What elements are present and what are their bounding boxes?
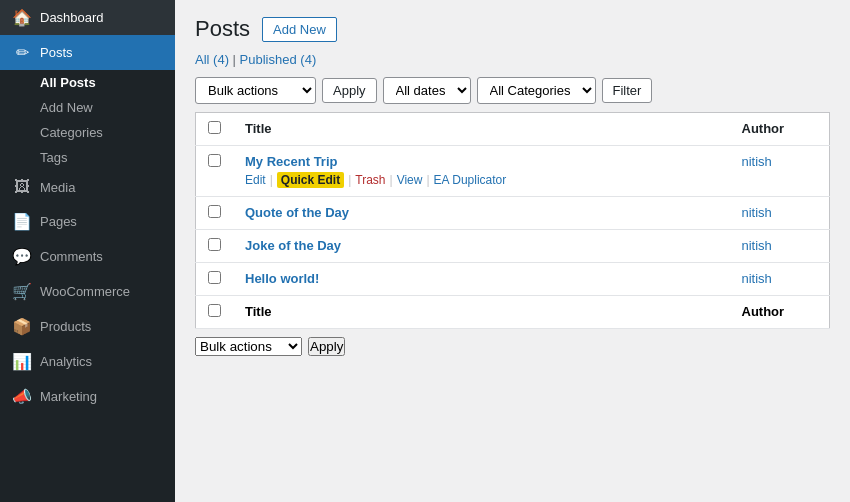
- action-trash-0[interactable]: Trash: [355, 173, 385, 187]
- table-row: Hello world!nitish: [196, 263, 830, 296]
- post-title-link-3[interactable]: Hello world!: [245, 271, 319, 286]
- products-icon: 📦: [12, 317, 32, 336]
- filter-separator: |: [233, 52, 240, 67]
- title-col-header: Title: [233, 113, 730, 146]
- footer-title-col: Title: [233, 296, 730, 329]
- post-actions-0: Edit|Quick Edit|Trash|View|EA Duplicator: [245, 172, 718, 188]
- categories-select[interactable]: All Categories: [477, 77, 596, 104]
- posts-table: Title Author My Recent TripEdit|Quick Ed…: [195, 112, 830, 329]
- sidebar-item-products[interactable]: 📦 Products: [0, 309, 175, 344]
- sidebar-subitem-tags[interactable]: Tags: [0, 145, 175, 170]
- sidebar: 🏠 Dashboard ✏ Posts All Posts Add New Ca…: [0, 0, 175, 502]
- posts-submenu: All Posts Add New Categories Tags: [0, 70, 175, 170]
- media-icon: 🖼: [12, 178, 32, 196]
- sidebar-item-label: WooCommerce: [40, 284, 130, 299]
- sidebar-item-label: Products: [40, 319, 91, 334]
- footer-author-col: Author: [730, 296, 830, 329]
- select-all-checkbox[interactable]: [208, 121, 221, 134]
- bulk-actions-select[interactable]: Bulk actionsEditMove to Trash: [195, 77, 316, 104]
- post-title-link-0[interactable]: My Recent Trip: [245, 154, 337, 169]
- sidebar-item-media[interactable]: 🖼 Media: [0, 170, 175, 204]
- top-toolbar: Bulk actionsEditMove to Trash Apply All …: [195, 77, 830, 104]
- main-content: Posts Add New All (4) | Published (4) Bu…: [175, 0, 850, 502]
- sidebar-item-label: Analytics: [40, 354, 92, 369]
- select-all-col: [196, 113, 234, 146]
- sidebar-item-pages[interactable]: 📄 Pages: [0, 204, 175, 239]
- footer-select-all-checkbox[interactable]: [208, 304, 221, 317]
- sidebar-item-analytics[interactable]: 📊 Analytics: [0, 344, 175, 379]
- footer-checkbox-col: [196, 296, 234, 329]
- posts-icon: ✏: [12, 43, 32, 62]
- sidebar-item-label: Marketing: [40, 389, 97, 404]
- dates-select[interactable]: All dates: [383, 77, 471, 104]
- filter-published-link[interactable]: Published (4): [240, 52, 317, 67]
- quick-edit-action[interactable]: Quick Edit: [277, 172, 344, 188]
- sidebar-subitem-add-new[interactable]: Add New: [0, 95, 175, 120]
- sidebar-item-posts[interactable]: ✏ Posts: [0, 35, 175, 70]
- comments-icon: 💬: [12, 247, 32, 266]
- sidebar-item-label: Dashboard: [40, 10, 104, 25]
- sidebar-item-label: Comments: [40, 249, 103, 264]
- pages-icon: 📄: [12, 212, 32, 231]
- post-author-link-3[interactable]: nitish: [742, 271, 772, 286]
- row-checkbox-3[interactable]: [208, 271, 221, 284]
- action-edit-0[interactable]: Edit: [245, 173, 266, 187]
- row-checkbox-1[interactable]: [208, 205, 221, 218]
- post-author-link-1[interactable]: nitish: [742, 205, 772, 220]
- filter-all-link[interactable]: All (4): [195, 52, 233, 67]
- marketing-icon: 📣: [12, 387, 32, 406]
- apply-button-bottom[interactable]: Apply: [308, 337, 345, 356]
- bottom-toolbar: Bulk actionsEditMove to Trash Apply: [195, 337, 830, 356]
- table-row: Quote of the Daynitish: [196, 197, 830, 230]
- table-footer-row: Title Author: [196, 296, 830, 329]
- action-ea-duplicator-0[interactable]: EA Duplicator: [434, 173, 507, 187]
- sidebar-item-comments[interactable]: 💬 Comments: [0, 239, 175, 274]
- sidebar-item-label: Posts: [40, 45, 73, 60]
- sidebar-item-label: Pages: [40, 214, 77, 229]
- row-checkbox-2[interactable]: [208, 238, 221, 251]
- dashboard-icon: 🏠: [12, 8, 32, 27]
- bulk-actions-select-bottom[interactable]: Bulk actionsEditMove to Trash: [195, 337, 302, 356]
- action-view-0[interactable]: View: [397, 173, 423, 187]
- sidebar-subitem-categories[interactable]: Categories: [0, 120, 175, 145]
- author-col-header: Author: [730, 113, 830, 146]
- post-author-link-2[interactable]: nitish: [742, 238, 772, 253]
- post-title-link-2[interactable]: Joke of the Day: [245, 238, 341, 253]
- action-separator: |: [390, 173, 393, 187]
- sidebar-subitem-all-posts[interactable]: All Posts: [0, 70, 175, 95]
- sidebar-item-dashboard[interactable]: 🏠 Dashboard: [0, 0, 175, 35]
- add-new-button[interactable]: Add New: [262, 17, 337, 42]
- action-separator: |: [426, 173, 429, 187]
- action-separator: |: [270, 173, 273, 187]
- table-row: My Recent TripEdit|Quick Edit|Trash|View…: [196, 146, 830, 197]
- page-header: Posts Add New: [195, 16, 830, 42]
- table-row: Joke of the Daynitish: [196, 230, 830, 263]
- sidebar-item-label: Media: [40, 180, 75, 195]
- post-author-link-0[interactable]: nitish: [742, 154, 772, 169]
- analytics-icon: 📊: [12, 352, 32, 371]
- filter-links: All (4) | Published (4): [195, 52, 830, 67]
- sidebar-item-woocommerce[interactable]: 🛒 WooCommerce: [0, 274, 175, 309]
- sidebar-item-marketing[interactable]: 📣 Marketing: [0, 379, 175, 414]
- filter-button[interactable]: Filter: [602, 78, 653, 103]
- woocommerce-icon: 🛒: [12, 282, 32, 301]
- row-checkbox-0[interactable]: [208, 154, 221, 167]
- post-title-link-1[interactable]: Quote of the Day: [245, 205, 349, 220]
- apply-button-top[interactable]: Apply: [322, 78, 377, 103]
- table-header-row: Title Author: [196, 113, 830, 146]
- action-separator: |: [348, 173, 351, 187]
- page-title: Posts: [195, 16, 250, 42]
